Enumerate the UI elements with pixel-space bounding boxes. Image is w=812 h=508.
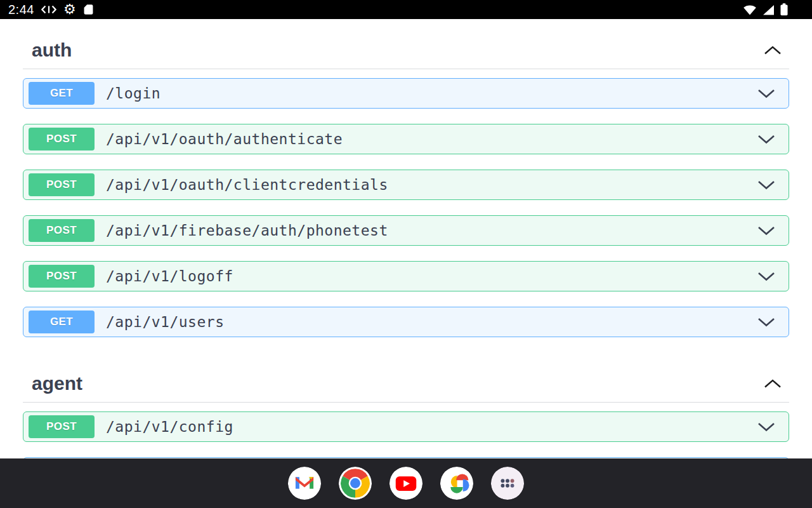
endpoint-path: /api/v1/logoff bbox=[106, 268, 757, 284]
section-agent: agent POST /api/v1/config GET /api/v1/ho… bbox=[23, 352, 789, 458]
section-header-auth[interactable]: auth bbox=[23, 19, 789, 69]
wifi-icon bbox=[743, 4, 757, 15]
chrome-app-icon[interactable] bbox=[339, 467, 372, 500]
cellular-signal-icon bbox=[763, 4, 775, 15]
all-apps-drawer-icon[interactable] bbox=[491, 467, 524, 500]
settings-gear-icon: ⚙ bbox=[63, 3, 76, 17]
section-auth: auth GET /login POST /api/v1/oauth/authe… bbox=[23, 19, 789, 337]
chevron-up-icon[interactable] bbox=[763, 45, 783, 55]
chevron-down-icon[interactable] bbox=[757, 89, 776, 98]
method-badge: GET bbox=[29, 82, 95, 105]
endpoint-row[interactable]: GET /api/v1/users bbox=[23, 307, 789, 337]
swagger-api-list: auth GET /login POST /api/v1/oauth/authe… bbox=[0, 19, 812, 458]
chevron-down-icon[interactable] bbox=[757, 422, 776, 432]
endpoint-row[interactable]: POST /api/v1/config bbox=[23, 411, 789, 442]
chevron-down-icon[interactable] bbox=[757, 272, 776, 281]
endpoint-row[interactable]: POST /api/v1/oauth/authenticate bbox=[23, 124, 789, 154]
endpoint-path: /api/v1/users bbox=[106, 314, 757, 330]
section-title: agent bbox=[32, 373, 82, 394]
endpoint-path: /api/v1/oauth/authenticate bbox=[106, 131, 757, 147]
chevron-down-icon[interactable] bbox=[757, 226, 776, 236]
taskbar bbox=[0, 458, 812, 508]
method-badge: GET bbox=[29, 311, 95, 333]
method-badge: POST bbox=[29, 265, 95, 288]
endpoint-row[interactable]: POST /api/v1/firebase/auth/phonetest bbox=[23, 215, 789, 246]
chevron-down-icon[interactable] bbox=[757, 318, 776, 327]
battery-icon bbox=[780, 3, 788, 16]
endpoint-path: /api/v1/firebase/auth/phonetest bbox=[106, 222, 757, 239]
method-badge: POST bbox=[29, 219, 95, 242]
chevron-up-icon[interactable] bbox=[763, 378, 783, 389]
google-photos-app-icon[interactable] bbox=[440, 467, 473, 500]
method-badge: POST bbox=[29, 415, 95, 438]
endpoint-row[interactable]: POST /api/v1/oauth/clientcredentials bbox=[23, 170, 789, 200]
endpoint-row[interactable]: GET /login bbox=[23, 78, 789, 109]
method-badge: POST bbox=[29, 173, 95, 196]
gmail-app-icon[interactable] bbox=[288, 467, 321, 500]
youtube-app-icon[interactable] bbox=[390, 467, 422, 500]
section-title: auth bbox=[32, 39, 72, 61]
method-badge: POST bbox=[29, 128, 95, 150]
endpoint-path: /api/v1/oauth/clientcredentials bbox=[106, 177, 757, 193]
endpoint-path: /login bbox=[106, 85, 757, 102]
chevron-down-icon[interactable] bbox=[757, 180, 776, 190]
android-screen: 2:44 ⚙ bbox=[0, 0, 812, 508]
sd-card-icon bbox=[83, 3, 94, 16]
clock: 2:44 bbox=[8, 3, 34, 17]
endpoint-row[interactable]: POST /api/v1/logoff bbox=[23, 261, 789, 291]
section-header-agent[interactable]: agent bbox=[23, 352, 789, 403]
usb-debugging-icon bbox=[41, 4, 56, 15]
status-bar: 2:44 ⚙ bbox=[0, 0, 812, 19]
endpoint-path: /api/v1/config bbox=[106, 418, 757, 435]
chevron-down-icon[interactable] bbox=[757, 135, 776, 144]
